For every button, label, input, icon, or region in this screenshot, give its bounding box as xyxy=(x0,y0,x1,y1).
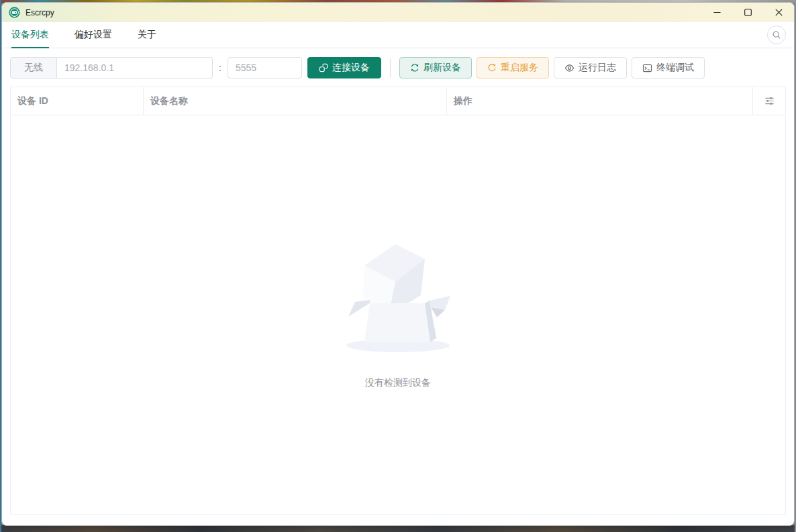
terminal-icon xyxy=(642,63,652,73)
escrcpy-logo-icon xyxy=(9,7,20,18)
refresh-devices-button[interactable]: 刷新设备 xyxy=(399,57,472,78)
search-icon xyxy=(772,30,781,40)
column-header-device-name: 设备名称 xyxy=(144,87,447,115)
tab-bar: 设备列表 偏好设置 关于 xyxy=(2,22,794,48)
app-window: Escrcpy 设备列表 偏好设置 关于 无线 xyxy=(1,2,795,526)
sliders-icon xyxy=(764,96,775,106)
maximize-button[interactable] xyxy=(732,3,763,22)
empty-state-text: 没有检测到设备 xyxy=(365,377,431,389)
host-input-group: 无线 xyxy=(10,57,213,78)
port-input[interactable] xyxy=(228,57,302,78)
device-table: 设备 ID 设备名称 操作 xyxy=(10,87,786,515)
terminal-debug-label: 终端调试 xyxy=(656,62,694,74)
terminal-debug-button[interactable]: 终端调试 xyxy=(632,57,705,78)
restart-service-button[interactable]: 重启服务 xyxy=(477,57,549,78)
minimize-icon xyxy=(713,9,721,16)
table-header-row: 设备 ID 设备名称 操作 xyxy=(11,87,785,115)
refresh-devices-label: 刷新设备 xyxy=(424,62,461,74)
eye-icon xyxy=(564,63,575,73)
run-logs-label: 运行日志 xyxy=(579,62,616,74)
column-header-actions: 操作 xyxy=(447,87,753,115)
tab-device-list-label: 设备列表 xyxy=(11,29,49,41)
empty-box-illustration xyxy=(344,240,452,353)
tab-preferences-label: 偏好设置 xyxy=(74,29,112,41)
close-icon xyxy=(775,9,783,16)
connect-device-button[interactable]: 连接设备 xyxy=(307,57,381,78)
titlebar: Escrcpy xyxy=(2,3,794,22)
connect-device-label: 连接设备 xyxy=(332,62,370,74)
tab-about-label: 关于 xyxy=(138,29,156,41)
window-title: Escrcpy xyxy=(26,8,701,17)
maximize-icon xyxy=(744,9,752,16)
restart-service-label: 重启服务 xyxy=(501,62,538,74)
minimize-button[interactable] xyxy=(701,3,732,22)
close-button[interactable] xyxy=(763,3,794,22)
host-port-separator: : xyxy=(219,62,221,73)
refresh-right-icon xyxy=(487,63,497,72)
wireless-label: 无线 xyxy=(10,57,57,78)
tab-about[interactable]: 关于 xyxy=(125,22,169,48)
tab-preferences[interactable]: 偏好设置 xyxy=(62,22,125,48)
tab-device-list[interactable]: 设备列表 xyxy=(9,22,62,48)
refresh-icon xyxy=(410,63,419,72)
toolbar-divider xyxy=(390,58,391,78)
search-button[interactable] xyxy=(767,25,786,44)
table-body-empty-state: 没有检测到设备 xyxy=(11,115,785,514)
link-icon xyxy=(319,63,328,72)
host-input[interactable] xyxy=(57,57,213,78)
connection-toolbar: 无线 : 连接设备 刷新设备 xyxy=(10,57,786,78)
column-header-device-id: 设备 ID xyxy=(11,87,144,115)
desktop-edge-bottom xyxy=(0,525,796,532)
run-logs-button[interactable]: 运行日志 xyxy=(554,57,627,78)
column-filter-button[interactable] xyxy=(753,87,785,115)
